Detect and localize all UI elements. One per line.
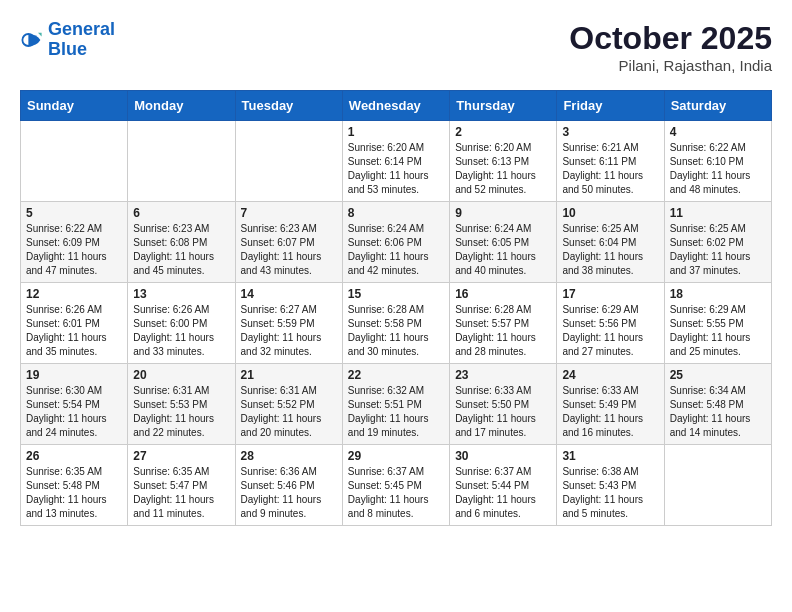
day-number: 15 [348, 287, 444, 301]
calendar-cell: 11Sunrise: 6:25 AM Sunset: 6:02 PM Dayli… [664, 202, 771, 283]
day-number: 11 [670, 206, 766, 220]
day-info: Sunrise: 6:33 AM Sunset: 5:50 PM Dayligh… [455, 384, 551, 440]
calendar-cell: 9Sunrise: 6:24 AM Sunset: 6:05 PM Daylig… [450, 202, 557, 283]
calendar-cell: 26Sunrise: 6:35 AM Sunset: 5:48 PM Dayli… [21, 445, 128, 526]
day-info: Sunrise: 6:23 AM Sunset: 6:07 PM Dayligh… [241, 222, 337, 278]
day-header-friday: Friday [557, 91, 664, 121]
day-info: Sunrise: 6:20 AM Sunset: 6:14 PM Dayligh… [348, 141, 444, 197]
day-info: Sunrise: 6:38 AM Sunset: 5:43 PM Dayligh… [562, 465, 658, 521]
day-number: 27 [133, 449, 229, 463]
day-info: Sunrise: 6:34 AM Sunset: 5:48 PM Dayligh… [670, 384, 766, 440]
calendar-cell: 24Sunrise: 6:33 AM Sunset: 5:49 PM Dayli… [557, 364, 664, 445]
day-info: Sunrise: 6:26 AM Sunset: 6:00 PM Dayligh… [133, 303, 229, 359]
day-info: Sunrise: 6:29 AM Sunset: 5:56 PM Dayligh… [562, 303, 658, 359]
calendar-cell [128, 121, 235, 202]
calendar-cell: 7Sunrise: 6:23 AM Sunset: 6:07 PM Daylig… [235, 202, 342, 283]
calendar-week-row: 19Sunrise: 6:30 AM Sunset: 5:54 PM Dayli… [21, 364, 772, 445]
day-number: 12 [26, 287, 122, 301]
calendar-cell: 2Sunrise: 6:20 AM Sunset: 6:13 PM Daylig… [450, 121, 557, 202]
day-info: Sunrise: 6:31 AM Sunset: 5:52 PM Dayligh… [241, 384, 337, 440]
calendar-cell: 16Sunrise: 6:28 AM Sunset: 5:57 PM Dayli… [450, 283, 557, 364]
calendar-cell: 17Sunrise: 6:29 AM Sunset: 5:56 PM Dayli… [557, 283, 664, 364]
day-info: Sunrise: 6:35 AM Sunset: 5:48 PM Dayligh… [26, 465, 122, 521]
day-info: Sunrise: 6:22 AM Sunset: 6:09 PM Dayligh… [26, 222, 122, 278]
day-number: 13 [133, 287, 229, 301]
calendar-cell: 29Sunrise: 6:37 AM Sunset: 5:45 PM Dayli… [342, 445, 449, 526]
day-number: 22 [348, 368, 444, 382]
day-number: 10 [562, 206, 658, 220]
calendar-cell: 22Sunrise: 6:32 AM Sunset: 5:51 PM Dayli… [342, 364, 449, 445]
calendar-cell [21, 121, 128, 202]
day-header-wednesday: Wednesday [342, 91, 449, 121]
calendar-cell: 3Sunrise: 6:21 AM Sunset: 6:11 PM Daylig… [557, 121, 664, 202]
day-number: 5 [26, 206, 122, 220]
calendar-cell: 21Sunrise: 6:31 AM Sunset: 5:52 PM Dayli… [235, 364, 342, 445]
month-title: October 2025 [569, 20, 772, 57]
day-number: 26 [26, 449, 122, 463]
calendar-week-row: 5Sunrise: 6:22 AM Sunset: 6:09 PM Daylig… [21, 202, 772, 283]
title-block: October 2025 Pilani, Rajasthan, India [569, 20, 772, 74]
day-info: Sunrise: 6:33 AM Sunset: 5:49 PM Dayligh… [562, 384, 658, 440]
day-header-tuesday: Tuesday [235, 91, 342, 121]
day-info: Sunrise: 6:27 AM Sunset: 5:59 PM Dayligh… [241, 303, 337, 359]
day-number: 28 [241, 449, 337, 463]
day-number: 9 [455, 206, 551, 220]
day-number: 29 [348, 449, 444, 463]
day-info: Sunrise: 6:28 AM Sunset: 5:58 PM Dayligh… [348, 303, 444, 359]
calendar-week-row: 1Sunrise: 6:20 AM Sunset: 6:14 PM Daylig… [21, 121, 772, 202]
day-header-sunday: Sunday [21, 91, 128, 121]
calendar-cell: 31Sunrise: 6:38 AM Sunset: 5:43 PM Dayli… [557, 445, 664, 526]
calendar-cell: 27Sunrise: 6:35 AM Sunset: 5:47 PM Dayli… [128, 445, 235, 526]
day-info: Sunrise: 6:37 AM Sunset: 5:45 PM Dayligh… [348, 465, 444, 521]
calendar-cell: 6Sunrise: 6:23 AM Sunset: 6:08 PM Daylig… [128, 202, 235, 283]
day-info: Sunrise: 6:32 AM Sunset: 5:51 PM Dayligh… [348, 384, 444, 440]
calendar-cell: 4Sunrise: 6:22 AM Sunset: 6:10 PM Daylig… [664, 121, 771, 202]
calendar-cell: 25Sunrise: 6:34 AM Sunset: 5:48 PM Dayli… [664, 364, 771, 445]
calendar-cell: 28Sunrise: 6:36 AM Sunset: 5:46 PM Dayli… [235, 445, 342, 526]
day-number: 3 [562, 125, 658, 139]
day-number: 31 [562, 449, 658, 463]
day-info: Sunrise: 6:23 AM Sunset: 6:08 PM Dayligh… [133, 222, 229, 278]
calendar-cell: 13Sunrise: 6:26 AM Sunset: 6:00 PM Dayli… [128, 283, 235, 364]
logo-text: General Blue [48, 20, 115, 60]
calendar-cell: 10Sunrise: 6:25 AM Sunset: 6:04 PM Dayli… [557, 202, 664, 283]
day-number: 7 [241, 206, 337, 220]
page-header: General Blue October 2025 Pilani, Rajast… [20, 20, 772, 74]
calendar-cell: 18Sunrise: 6:29 AM Sunset: 5:55 PM Dayli… [664, 283, 771, 364]
calendar-cell: 12Sunrise: 6:26 AM Sunset: 6:01 PM Dayli… [21, 283, 128, 364]
calendar-cell: 8Sunrise: 6:24 AM Sunset: 6:06 PM Daylig… [342, 202, 449, 283]
calendar-cell: 23Sunrise: 6:33 AM Sunset: 5:50 PM Dayli… [450, 364, 557, 445]
day-header-thursday: Thursday [450, 91, 557, 121]
day-number: 19 [26, 368, 122, 382]
day-info: Sunrise: 6:24 AM Sunset: 6:06 PM Dayligh… [348, 222, 444, 278]
day-info: Sunrise: 6:29 AM Sunset: 5:55 PM Dayligh… [670, 303, 766, 359]
day-number: 21 [241, 368, 337, 382]
day-number: 30 [455, 449, 551, 463]
day-info: Sunrise: 6:35 AM Sunset: 5:47 PM Dayligh… [133, 465, 229, 521]
day-header-monday: Monday [128, 91, 235, 121]
day-number: 17 [562, 287, 658, 301]
day-info: Sunrise: 6:37 AM Sunset: 5:44 PM Dayligh… [455, 465, 551, 521]
day-number: 20 [133, 368, 229, 382]
day-info: Sunrise: 6:20 AM Sunset: 6:13 PM Dayligh… [455, 141, 551, 197]
calendar-cell [235, 121, 342, 202]
day-info: Sunrise: 6:28 AM Sunset: 5:57 PM Dayligh… [455, 303, 551, 359]
day-info: Sunrise: 6:31 AM Sunset: 5:53 PM Dayligh… [133, 384, 229, 440]
calendar-week-row: 12Sunrise: 6:26 AM Sunset: 6:01 PM Dayli… [21, 283, 772, 364]
day-number: 25 [670, 368, 766, 382]
day-number: 2 [455, 125, 551, 139]
day-info: Sunrise: 6:25 AM Sunset: 6:04 PM Dayligh… [562, 222, 658, 278]
calendar-cell: 14Sunrise: 6:27 AM Sunset: 5:59 PM Dayli… [235, 283, 342, 364]
calendar-cell: 5Sunrise: 6:22 AM Sunset: 6:09 PM Daylig… [21, 202, 128, 283]
calendar-week-row: 26Sunrise: 6:35 AM Sunset: 5:48 PM Dayli… [21, 445, 772, 526]
day-number: 18 [670, 287, 766, 301]
day-number: 24 [562, 368, 658, 382]
day-number: 8 [348, 206, 444, 220]
calendar-header-row: SundayMondayTuesdayWednesdayThursdayFrid… [21, 91, 772, 121]
logo: General Blue [20, 20, 115, 60]
day-number: 6 [133, 206, 229, 220]
day-number: 16 [455, 287, 551, 301]
calendar-cell: 1Sunrise: 6:20 AM Sunset: 6:14 PM Daylig… [342, 121, 449, 202]
day-header-saturday: Saturday [664, 91, 771, 121]
calendar-cell [664, 445, 771, 526]
